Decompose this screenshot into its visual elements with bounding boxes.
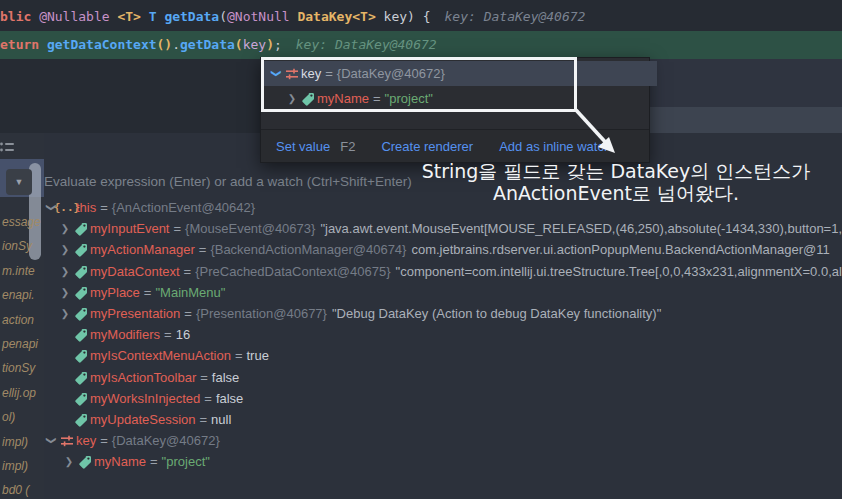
variable-type-ref: {PreCachedDataContext@40675}	[195, 264, 390, 279]
variable-name: myName	[94, 454, 146, 469]
code-line-execution-point[interactable]: eturn getDataContext().getData(key);key:…	[0, 31, 842, 59]
equals-sign: =	[100, 433, 108, 448]
tag-icon	[72, 222, 90, 236]
chevron-right-icon[interactable]: ❯	[58, 266, 72, 277]
equals-sign: =	[200, 370, 208, 385]
tag-icon	[76, 455, 94, 469]
code-token: )	[266, 37, 274, 52]
layout-settings-icon[interactable]	[0, 140, 14, 160]
variable-name: myWorksInInjected	[90, 391, 200, 406]
editor-background	[650, 59, 842, 107]
tree-row-myDataContext[interactable]: ❯myDataContext={PreCachedDataContext@406…	[0, 261, 842, 282]
watch-history-dropdown[interactable]: ▼	[6, 169, 32, 195]
inline-debugger-hint: key: DataKey@40672	[296, 37, 437, 52]
tree-row-myIsContextMenuAction[interactable]: myIsContextMenuAction=true	[0, 345, 842, 366]
code-line-method-signature[interactable]: blic @Nullable <T> T getData(@NotNull Da…	[0, 3, 842, 31]
equals-sign: =	[150, 454, 158, 469]
code-token: (	[235, 37, 243, 52]
variable-value: false	[212, 370, 239, 385]
tree-row-key[interactable]: ❯key={DataKey@40672}	[0, 430, 842, 451]
chevron-down-icon[interactable]: ❯	[46, 434, 57, 448]
stack-frame-item[interactable]: bd0 (	[2, 483, 29, 497]
tree-row-myPlace[interactable]: ❯myPlace="MainMenu"	[0, 282, 842, 303]
code-token: eturn	[0, 37, 47, 52]
variable-value: null	[211, 412, 231, 427]
tree-row-myPresentation[interactable]: ❯myPresentation={Presentation@40677}"Deb…	[0, 303, 842, 324]
annotation-note-line2: AnActionEvent로 넘어왔다.	[420, 182, 812, 204]
variable-value: false	[216, 391, 243, 406]
code-token: getData	[164, 9, 219, 24]
chevron-down-icon[interactable]: ❯	[46, 201, 57, 215]
variable-name: myDataContext	[90, 264, 180, 279]
code-token: key	[243, 37, 266, 52]
chevron-right-icon[interactable]: ❯	[62, 456, 76, 467]
braces-icon: {..}	[58, 201, 76, 214]
evaluate-expression-input[interactable]: Evaluate expression (Enter) or add a wat…	[44, 169, 412, 195]
code-token: ;	[274, 37, 282, 52]
tree-row-myWorksInInjected[interactable]: myWorksInInjected=false	[0, 388, 842, 409]
variable-value: "component=com.intellij.ui.treeStructure…	[396, 264, 842, 279]
variable-type-ref: {Presentation@40677}	[196, 306, 327, 321]
annotation-rectangle	[261, 57, 577, 112]
equals-sign: =	[184, 264, 192, 279]
chevron-right-icon[interactable]: ❯	[58, 308, 72, 319]
code-token: <T>	[117, 9, 148, 24]
tag-icon	[72, 265, 90, 279]
popup-action-create-renderer[interactable]: Create renderer	[381, 139, 473, 154]
code-token: <T>	[352, 9, 383, 24]
variable-name: myModifiers	[90, 327, 160, 342]
variable-value: "MainMenu"	[155, 285, 225, 300]
code-token: key	[384, 9, 407, 24]
chevron-right-icon[interactable]: ❯	[58, 223, 72, 234]
equals-sign: =	[100, 200, 108, 215]
popup-action-f2: F2	[340, 139, 355, 154]
code-token: @Nullable	[39, 9, 117, 24]
tree-row-myInputEvent[interactable]: ❯myInputEvent={MouseEvent@40673}"java.aw…	[0, 218, 842, 239]
code-token: T	[149, 9, 165, 24]
variable-value: 16	[176, 327, 190, 342]
variable-value: "project"	[162, 454, 210, 469]
code-token: ) {	[407, 9, 430, 24]
code-token: .	[172, 37, 180, 52]
tag-icon	[72, 413, 90, 427]
variable-name: myActionManager	[90, 242, 195, 257]
equals-sign: =	[144, 285, 152, 300]
variable-name: myIsContextMenuAction	[90, 348, 231, 363]
code-token: DataKey	[297, 9, 352, 24]
tag-icon	[72, 328, 90, 342]
tree-row-myUpdateSession[interactable]: myUpdateSession=null	[0, 409, 842, 430]
equals-sign: =	[199, 242, 207, 257]
equals-sign: =	[164, 327, 172, 342]
equals-sign: =	[184, 306, 192, 321]
tree-row-myIsActionToolbar[interactable]: myIsActionToolbar=false	[0, 367, 842, 388]
tree-row-myModifiers[interactable]: myModifiers=16	[0, 324, 842, 345]
variable-name: myPlace	[90, 285, 140, 300]
annotation-arrow	[560, 100, 630, 164]
variable-name: myInputEvent	[90, 221, 170, 236]
tree-row-myName[interactable]: ❯myName="project"	[0, 451, 842, 472]
variable-value: com.jetbrains.rdserver.ui.actionPopupMen…	[411, 242, 829, 257]
tag-icon	[72, 392, 90, 406]
code-token: (	[219, 9, 227, 24]
caret-down-icon: ▼	[15, 177, 24, 187]
variable-name: this	[76, 200, 96, 215]
variable-type-ref: {MouseEvent@40673}	[185, 221, 315, 236]
variable-value: "Debug DataKey (Action to debug DataKey …	[332, 306, 661, 321]
tag-icon	[72, 349, 90, 363]
variable-value: true	[247, 348, 269, 363]
popup-action-set-value[interactable]: Set value	[276, 139, 330, 154]
code-token: getDataContext	[47, 37, 157, 52]
chevron-right-icon[interactable]: ❯	[58, 244, 72, 255]
tag-icon	[72, 307, 90, 321]
annotation-note: String을 필드로 갖는 DataKey의 인스턴스가 AnActionEv…	[420, 160, 812, 204]
variable-name: myPresentation	[90, 306, 180, 321]
tree-row-myActionManager[interactable]: ❯myActionManager={BackendActionManager@4…	[0, 239, 842, 260]
code-token: blic	[0, 9, 39, 24]
chevron-right-icon[interactable]: ❯	[58, 287, 72, 298]
code-token: @NotNull	[227, 9, 297, 24]
code-token: getData	[180, 37, 235, 52]
variable-name: myUpdateSession	[90, 412, 196, 427]
equals-sign: =	[204, 391, 212, 406]
tag-icon	[72, 371, 90, 385]
equals-sign: =	[200, 412, 208, 427]
